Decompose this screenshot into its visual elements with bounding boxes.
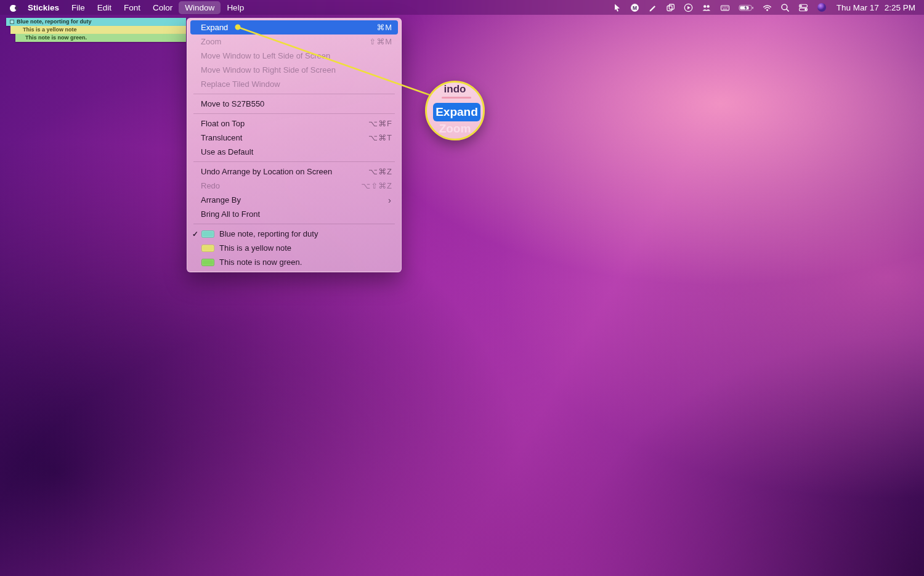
menu-item-move-window-left: Move Window to Left Side of Screen [187,49,401,63]
sticky-note-title: This note is now green. [19,34,87,42]
note-color-swatch [201,259,214,266]
pen-icon[interactable] [648,2,657,12]
menu-color[interactable]: Color [147,1,179,14]
people-icon[interactable] [702,2,711,12]
control-center-icon[interactable] [798,2,808,12]
checkmark-icon: ✓ [192,230,201,238]
app-menu-stickies[interactable]: Stickies [22,1,65,14]
menu-item-float-on-top[interactable]: Float on Top ⌥⌘F [187,116,401,131]
menu-item-move-window-right: Move Window to Right Side of Screen [187,63,401,77]
window-menu-dropdown: Expand ⌘M Zoom ⇧⌘M Move Window to Left S… [187,18,402,272]
wifi-icon[interactable] [763,2,772,12]
menu-item-replace-tiled-window: Replace Tiled Window [187,77,401,91]
menu-separator [193,94,395,94]
note-color-swatch [201,230,214,238]
callout-zoom-text: Zoom [427,122,483,136]
menu-separator [193,224,395,224]
sticky-note-blue[interactable]: Blue note, reporting for duty [6,18,186,26]
menu-item-label: Arrange By [201,195,388,205]
menu-item-label: Undo Arrange by Location on Screen [201,167,368,176]
menu-item-note-green[interactable]: This note is now green. [187,255,401,269]
menu-item-move-to-display[interactable]: Move to S27B550 [187,97,401,111]
menu-item-label: This note is now green. [219,258,392,267]
menu-item-shortcut: ⌥⇧⌘Z [361,181,392,190]
menu-item-label: Zoom [201,37,369,46]
menu-item-label: Use as Default [201,147,392,156]
menu-item-shortcut: ⌥⌘Z [368,167,392,176]
m-badge-icon[interactable]: M [630,2,639,12]
collapse-box-icon[interactable] [10,20,14,24]
menu-bar-left: Stickies File Edit Font Color Window Hel… [9,1,250,14]
cursor-icon[interactable] [612,2,622,12]
menu-item-label: Move Window to Right Side of Screen [201,65,392,75]
menu-bar: Stickies File Edit Font Color Window Hel… [0,0,924,15]
menu-item-arrange-by[interactable]: Arrange By › [187,193,401,207]
menu-item-label: This is a yellow note [219,243,392,253]
menu-separator [193,113,395,114]
menu-bar-date: Thu Mar 17 [837,3,879,12]
menu-item-label: Bring All to Front [201,209,392,219]
menu-item-note-yellow[interactable]: This is a yellow note [187,241,401,255]
menu-item-use-as-default[interactable]: Use as Default [187,145,401,159]
menu-item-translucent[interactable]: Translucent ⌥⌘T [187,131,401,145]
menu-item-shortcut: ⌘M [376,23,392,32]
callout-circle: indo Expand Zoom [425,81,485,140]
play-icon[interactable] [684,2,693,12]
chevron-right-icon: › [388,195,392,205]
menu-item-shortcut: ⌥⌘T [368,133,392,142]
menu-item-shortcut: ⌥⌘F [368,119,392,128]
menu-bar-time: 2:25 PM [885,3,915,12]
menu-item-shortcut: ⇧⌘M [369,37,392,46]
menu-bar-status-area: M Thu Mar 17 [612,2,915,12]
callout-expand-highlight: Expand [433,103,480,121]
apple-menu-icon[interactable] [10,3,18,12]
callout-fragment-text: indo [427,83,483,95]
menu-item-undo-arrange[interactable]: Undo Arrange by Location on Screen ⌥⌘Z [187,164,401,179]
svg-text:M: M [633,4,637,10]
menu-item-label: Translucent [201,133,368,142]
menu-item-note-blue[interactable]: ✓ Blue note, reporting for duty [187,227,401,241]
menu-item-label: Float on Top [201,119,368,128]
note-color-swatch [201,245,214,252]
menu-item-bring-all-to-front[interactable]: Bring All to Front [187,207,401,221]
menu-item-label: Replace Tiled Window [201,79,392,89]
sticky-note-yellow[interactable]: This is a yellow note [10,26,186,34]
menu-item-zoom: Zoom ⇧⌘M [187,34,401,49]
menu-bar-clock[interactable]: Thu Mar 17 2:25 PM [837,3,915,12]
menu-window[interactable]: Window [179,1,221,14]
menu-font[interactable]: Font [118,1,147,14]
sticky-note-title: Blue note, reporting for duty [17,18,92,26]
sticky-note-title: This is a yellow note [14,26,77,34]
menu-edit[interactable]: Edit [91,1,118,14]
spotlight-icon[interactable] [780,2,790,12]
menu-item-label: Move Window to Left Side of Screen [201,51,392,60]
menu-item-label: Blue note, reporting for duty [219,229,392,238]
sticky-note-green[interactable]: This note is now green. [15,34,186,42]
menu-item-redo: Redo ⌥⇧⌘Z [187,179,401,193]
menu-help[interactable]: Help [221,1,250,14]
keyboard-icon[interactable] [720,2,730,12]
battery-charging-icon[interactable] [739,2,754,12]
menu-item-label: Redo [201,181,361,190]
menu-separator [193,161,395,162]
windows-icon[interactable] [666,2,675,12]
menu-item-label: Move to S27B550 [201,99,392,108]
menu-item-expand[interactable]: Expand ⌘M [190,20,398,34]
callout-divider [442,97,471,99]
menu-file[interactable]: File [65,1,91,14]
app-dot-icon[interactable] [817,2,827,12]
menu-item-label: Expand [201,23,376,32]
